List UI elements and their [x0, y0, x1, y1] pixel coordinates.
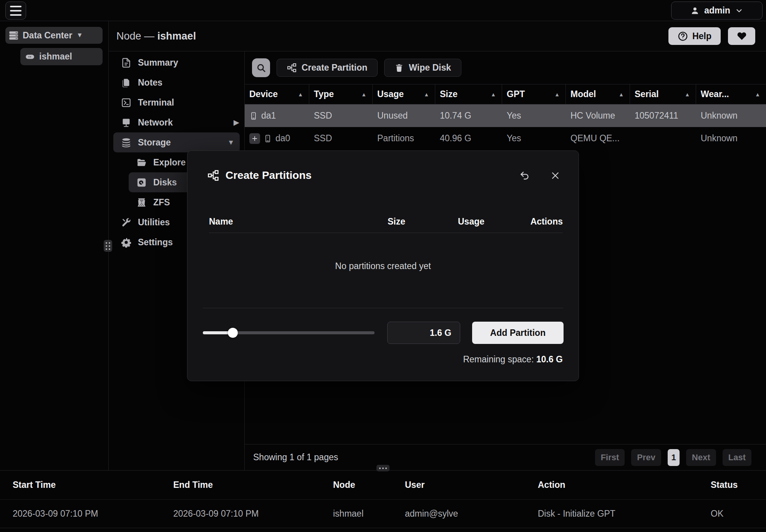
create-partition-button[interactable]: Create Partition [277, 59, 378, 77]
slider-thumb[interactable] [228, 328, 238, 338]
pagination-last-button[interactable]: Last [723, 449, 751, 466]
folder-open-icon [136, 157, 147, 168]
remaining-space-value: 10.6 G [536, 354, 563, 364]
nav-item-summary[interactable]: Summary [109, 53, 244, 73]
tools-icon [121, 217, 131, 228]
tree-node-label: ishmael [39, 51, 72, 62]
sidebar-resize-handle[interactable] [104, 240, 112, 252]
database-icon [121, 137, 131, 148]
favorite-button[interactable] [728, 27, 755, 45]
node-chip-icon [25, 52, 35, 62]
pagination-bar: Showing 1 of 1 pages First Prev 1 Next L… [245, 444, 766, 470]
column-header-usage[interactable]: Usage▲ [373, 84, 435, 104]
sort-asc-icon: ▲ [424, 91, 429, 97]
server-rack-icon [8, 30, 19, 41]
audit-column-status: Status [711, 480, 766, 490]
pagination-first-button[interactable]: First [595, 449, 625, 466]
file-text-icon [121, 58, 131, 68]
page-title: Node — ishmael [116, 30, 196, 42]
heart-icon [737, 31, 747, 41]
pagination-prev-button[interactable]: Prev [631, 449, 661, 466]
modal-title: Create Partitions [225, 169, 312, 182]
audit-column-start-time: Start Time [13, 480, 173, 490]
column-header-type[interactable]: Type▲ [309, 84, 373, 104]
partition-column-usage: Usage [458, 216, 520, 227]
disk-icon [249, 112, 258, 120]
add-partition-button[interactable]: Add Partition [472, 322, 564, 344]
column-header-serial[interactable]: Serial▲ [630, 84, 696, 104]
audit-log-row[interactable]: 2026-03-09 07:10 PM 2026-03-09 07:10 PM … [0, 500, 766, 528]
partition-column-size: Size [388, 216, 458, 227]
audit-column-user: User [405, 480, 538, 490]
disk-table: Device▲ Type▲ Usage▲ Size▲ GPT▲ Model▲ S… [245, 84, 766, 150]
modal-divider [203, 308, 563, 308]
nav-item-network[interactable]: Network ▶ [109, 112, 244, 132]
tree-item-ishmael[interactable]: ishmael [20, 48, 103, 65]
help-button[interactable]: Help [668, 27, 721, 45]
chevron-down-icon [735, 7, 743, 15]
disk-table-header: Device▲ Type▲ Usage▲ Size▲ GPT▲ Model▲ S… [245, 84, 766, 104]
expand-row-button[interactable] [249, 133, 260, 144]
sort-asc-icon: ▲ [361, 91, 366, 97]
tree-item-data-center[interactable]: Data Center ▼ [5, 27, 103, 44]
sort-asc-icon: ▲ [755, 91, 760, 97]
partition-size-input[interactable] [387, 322, 460, 344]
empty-partitions-message: No partitions created yet [187, 261, 579, 271]
pagination-next-button[interactable]: Next [686, 449, 716, 466]
gear-icon [121, 237, 131, 248]
hard-drive-icon [136, 177, 147, 188]
chevron-right-icon: ▶ [234, 118, 239, 127]
audit-log-panel: Start Time End Time Node User Action Sta… [0, 470, 766, 532]
pagination-current-page[interactable]: 1 [668, 449, 680, 466]
search-button[interactable] [252, 58, 270, 77]
bottom-panel-resize-handle[interactable] [376, 465, 390, 471]
sort-asc-icon: ▲ [554, 91, 560, 97]
user-menu-button[interactable]: admin [671, 2, 763, 20]
audit-column-action: Action [538, 480, 711, 490]
disk-row-da1[interactable]: da1 SSD Unused 10.74 G Yes HC Volume 105… [245, 104, 766, 127]
trash-icon [395, 63, 404, 73]
network-icon [121, 117, 131, 128]
column-header-gpt[interactable]: GPT▲ [502, 84, 566, 104]
column-header-device[interactable]: Device▲ [245, 84, 309, 104]
column-header-wear[interactable]: Wear...▲ [696, 84, 766, 104]
zfs-raid-icon [136, 197, 147, 208]
help-label: Help [692, 31, 711, 41]
sort-asc-icon: ▲ [685, 91, 690, 97]
caret-down-icon: ▼ [76, 31, 83, 39]
search-icon [256, 63, 266, 73]
top-bar: admin [0, 0, 766, 21]
column-header-model[interactable]: Model▲ [566, 84, 630, 104]
partition-column-actions: Actions [520, 216, 563, 227]
partition-icon [287, 63, 297, 73]
undo-button[interactable] [519, 170, 530, 181]
remaining-space: Remaining space: 10.6 G [463, 354, 563, 365]
audit-column-end-time: End Time [173, 480, 333, 490]
disk-toolbar: Create Partition Wipe Disk [245, 51, 766, 84]
partition-size-slider[interactable] [203, 331, 375, 334]
user-icon [690, 6, 700, 15]
content-header: Node — ishmael Help [109, 21, 766, 51]
create-partitions-modal: Create Partitions Name Size Usage Action… [187, 150, 579, 381]
wipe-disk-button[interactable]: Wipe Disk [384, 59, 461, 77]
partition-icon [207, 170, 219, 181]
nav-item-notes[interactable]: Notes [109, 73, 244, 93]
chevron-down-icon: ▼ [227, 139, 234, 147]
tree-panel: Data Center ▼ ishmael [0, 21, 109, 470]
sort-asc-icon: ▲ [618, 91, 624, 97]
disk-icon [264, 134, 272, 143]
audit-table-header: Start Time End Time Node User Action Sta… [0, 471, 766, 500]
sort-asc-icon: ▲ [491, 91, 496, 97]
audit-column-node: Node [333, 480, 405, 490]
nav-item-terminal[interactable]: Terminal [109, 93, 244, 112]
column-header-size[interactable]: Size▲ [435, 84, 502, 104]
terminal-icon [121, 97, 131, 108]
hamburger-icon [10, 6, 22, 7]
close-icon[interactable] [550, 171, 560, 180]
sort-asc-icon: ▲ [298, 91, 303, 97]
nav-item-storage[interactable]: Storage ▼ [113, 132, 240, 152]
disk-row-da0[interactable]: da0 SSD Partitions 40.96 G Yes QEMU QE..… [245, 127, 766, 150]
partition-list-header: Name Size Usage Actions [209, 211, 563, 233]
hamburger-menu-button[interactable] [5, 2, 26, 20]
page-title-node: ishmael [158, 30, 196, 42]
